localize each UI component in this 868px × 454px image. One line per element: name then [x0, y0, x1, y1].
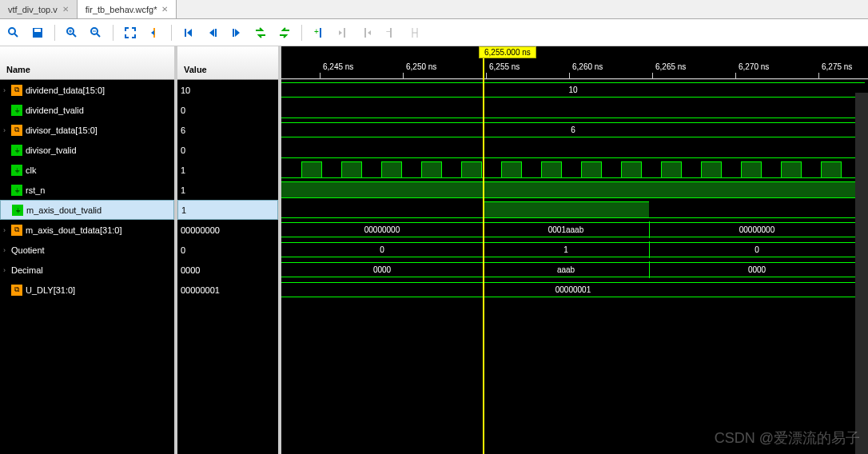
file-tabs: vtf_div_top.v✕fir_tb_behav.wcfg*✕	[0, 0, 868, 19]
search-icon[interactable]	[5, 24, 22, 42]
time-ruler[interactable]: 6,245 ns6,250 ns6,255 ns6,260 ns6,265 ns…	[281, 46, 868, 80]
signal-row[interactable]: ⏚m_axis_dout_tvalid	[0, 200, 174, 220]
value-cell[interactable]: 00000000	[177, 220, 278, 240]
value-cell[interactable]: 1	[177, 180, 278, 200]
value-cell[interactable]: 0	[177, 240, 278, 260]
bus-icon: ⧉	[11, 125, 22, 136]
save-icon[interactable]	[29, 24, 46, 42]
signal-row[interactable]: ›⧉m_axis_dout_tdata[31:0]	[0, 220, 174, 240]
watermark: CSDN @爱漂流的易子	[715, 428, 860, 448]
prev-marker-icon	[334, 24, 352, 42]
marker-width-icon	[406, 24, 424, 42]
prev-icon[interactable]	[204, 24, 221, 42]
value-cell[interactable]: 0000	[177, 260, 278, 280]
close-icon[interactable]: ✕	[161, 5, 168, 14]
waveform-row[interactable]: 6	[281, 120, 868, 140]
svg-line-10	[97, 34, 100, 37]
value-cell[interactable]: 10	[177, 80, 278, 100]
zoom-out-icon[interactable]	[87, 24, 105, 42]
waveform-row[interactable]: 0000aaab0000	[281, 260, 868, 280]
waveform-row[interactable]	[281, 100, 868, 120]
next-marker-icon	[358, 24, 376, 42]
signal-row[interactable]: ⧉U_DLY[31:0]	[0, 280, 174, 300]
wire-icon: ⏚	[11, 165, 22, 176]
waveform-row[interactable]: 00000001	[281, 280, 868, 300]
waveform-row[interactable]	[281, 140, 868, 160]
cursor-icon[interactable]	[145, 24, 163, 42]
zoom-in-icon[interactable]	[63, 24, 81, 42]
signal-row[interactable]: ›⧉dividend_tdata[15:0]	[0, 80, 174, 100]
waveform-row[interactable]	[281, 180, 868, 200]
signal-row[interactable]: ⏚clk	[0, 160, 174, 180]
waveform-panel[interactable]: 6,255.000 ns 6,245 ns6,250 ns6,255 ns6,2…	[281, 46, 868, 454]
value-cell[interactable]: 6	[177, 120, 278, 140]
toolbar: + −	[0, 19, 868, 46]
svg-line-7	[73, 34, 76, 37]
bus-icon: ⧉	[11, 285, 22, 296]
waveform-row[interactable]	[281, 160, 868, 180]
value-cell[interactable]: 00000001	[177, 280, 278, 300]
value-header: Value	[177, 46, 278, 80]
wire-icon: ⏚	[11, 185, 22, 196]
wire-icon: ⏚	[12, 205, 23, 216]
add-marker-icon[interactable]: +	[310, 24, 328, 42]
signal-row[interactable]: ›Quotient	[0, 240, 174, 260]
zoom-fit-icon[interactable]	[121, 24, 139, 42]
waveform-row[interactable]: 000000000001aaab00000000	[281, 220, 868, 240]
name-header: Name	[0, 46, 174, 80]
signal-name-panel: Name ›⧉dividend_tdata[15:0]⏚dividend_tva…	[0, 46, 177, 454]
svg-point-0	[9, 28, 15, 34]
close-icon[interactable]: ✕	[62, 5, 69, 14]
swap-next-icon[interactable]	[276, 24, 293, 42]
go-start-icon[interactable]	[180, 24, 197, 42]
value-cell[interactable]: 1	[177, 160, 278, 180]
bus-icon: ⧉	[11, 225, 22, 236]
value-cell[interactable]: 1	[177, 200, 278, 220]
time-marker-label[interactable]: 6,255.000 ns	[479, 46, 536, 58]
wire-icon: ⏚	[11, 105, 22, 116]
swap-prev-icon[interactable]	[252, 24, 269, 42]
signal-row[interactable]: ⏚rst_n	[0, 180, 174, 200]
signal-row[interactable]: ›⧉divisor_tdata[15:0]	[0, 120, 174, 140]
svg-rect-3	[34, 29, 41, 32]
waveform-row[interactable]: 10	[281, 80, 868, 100]
file-tab[interactable]: vtf_div_top.v✕	[0, 0, 78, 18]
bus-icon: ⧉	[11, 85, 22, 96]
value-cell[interactable]: 0	[177, 140, 278, 160]
waveform-row[interactable]	[281, 200, 868, 220]
next-icon[interactable]	[228, 24, 245, 42]
signal-row[interactable]: ›Decimal	[0, 260, 174, 280]
svg-text:+: +	[314, 27, 319, 36]
del-marker-icon: −	[382, 24, 400, 42]
time-marker-line[interactable]	[483, 58, 484, 454]
signal-value-panel: Value 10060111000000000000000000001	[177, 46, 281, 454]
vertical-scrollbar[interactable]	[855, 93, 868, 454]
svg-line-1	[14, 34, 18, 37]
waveform-row[interactable]: 010	[281, 240, 868, 260]
file-tab[interactable]: fir_tb_behav.wcfg*✕	[78, 0, 177, 18]
signal-row[interactable]: ⏚dividend_tvalid	[0, 100, 174, 120]
signal-row[interactable]: ⏚divisor_tvalid	[0, 140, 174, 160]
wire-icon: ⏚	[11, 145, 22, 156]
svg-text:−: −	[386, 27, 391, 36]
value-cell[interactable]: 0	[177, 100, 278, 120]
